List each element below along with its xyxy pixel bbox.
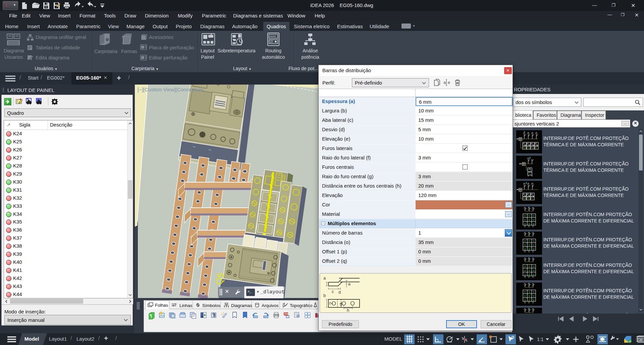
svg-text:e: e bbox=[348, 282, 351, 287]
svg-text:6000: 6000 bbox=[270, 35, 276, 38]
svg-text:e: e bbox=[448, 80, 450, 85]
svg-text:h: h bbox=[347, 308, 349, 312]
svg-text:f: f bbox=[329, 301, 331, 306]
svg-text:a: a bbox=[323, 276, 326, 281]
svg-text:PDF: PDF bbox=[284, 313, 289, 315]
svg-text:b: b bbox=[323, 293, 326, 298]
svg-text:[−][Custom View][Conceptual]: [−][Custom View][Conceptual] bbox=[138, 87, 204, 92]
svg-text:1:1: 1:1 bbox=[537, 337, 544, 342]
svg-text:d: d bbox=[338, 290, 341, 295]
svg-text:c: c bbox=[332, 289, 334, 294]
svg-text:a: a bbox=[443, 80, 446, 85]
